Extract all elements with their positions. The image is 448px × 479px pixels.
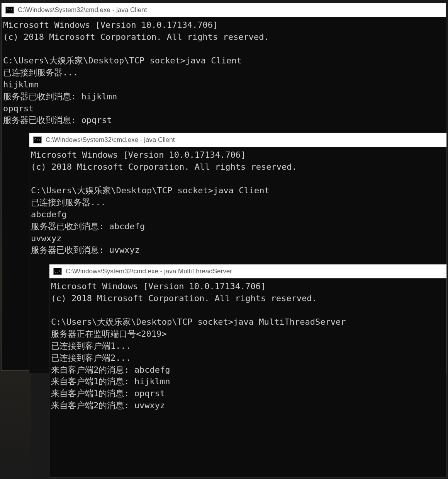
cmd-window-server[interactable]: C:\. C:\Windows\System32\cmd.exe - java …: [49, 264, 446, 477]
titlebar[interactable]: C:\. C:\Windows\System32\cmd.exe - java …: [29, 133, 446, 147]
cmd-icon: C:\.: [5, 7, 14, 14]
window-title: C:\Windows\System32\cmd.exe - java Multi…: [66, 268, 232, 275]
terminal-output[interactable]: Microsoft Windows [Version 10.0.17134.70…: [49, 278, 446, 414]
cmd-icon: C:\.: [33, 136, 42, 143]
cmd-icon: C:\.: [53, 268, 62, 275]
window-title: C:\Windows\System32\cmd.exe - java Clien…: [18, 6, 147, 14]
terminal-output[interactable]: Microsoft Windows [Version 10.0.17134.70…: [29, 147, 446, 259]
terminal-output[interactable]: Microsoft Windows [Version 10.0.17134.70…: [2, 17, 446, 129]
titlebar[interactable]: C:\. C:\Windows\System32\cmd.exe - java …: [49, 264, 446, 278]
titlebar[interactable]: C:\. C:\Windows\System32\cmd.exe - java …: [2, 3, 446, 17]
window-title: C:\Windows\System32\cmd.exe - java Clien…: [46, 136, 175, 144]
